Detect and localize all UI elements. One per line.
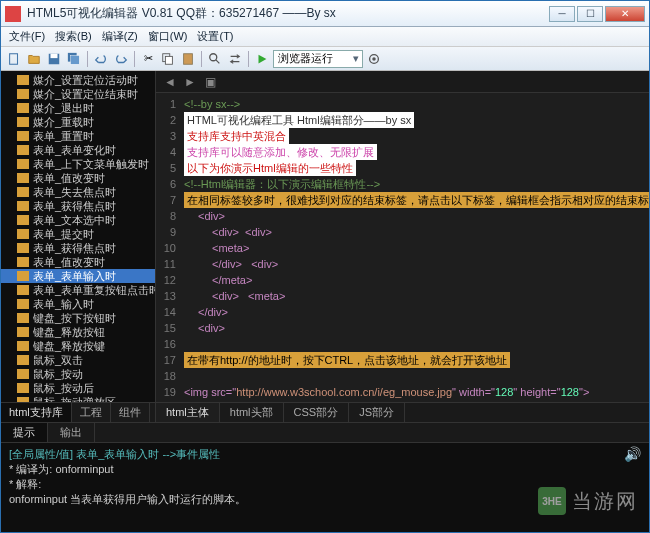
tree-item[interactable]: 键盘_释放按钮 [1, 325, 155, 339]
sidebar-tab-html[interactable]: html支持库 [1, 403, 72, 422]
editor-tab-js[interactable]: JS部分 [349, 403, 405, 422]
cut-icon[interactable]: ✂ [139, 50, 157, 68]
line-number: 17 [156, 352, 176, 368]
tree-item-label: 鼠标_拖动弹放区 [33, 395, 116, 402]
hint-line: * 编译为: onforminput [9, 462, 641, 477]
tree-item[interactable]: 媒介_设置定位活动时 [1, 73, 155, 87]
bottom-tab-hint[interactable]: 提示 [1, 423, 48, 442]
editor-toggle-icon[interactable]: ▣ [202, 74, 218, 90]
watermark-logo: 3HE [538, 487, 566, 515]
tree-item[interactable]: 表单_获得焦点时 [1, 199, 155, 213]
line-number: 11 [156, 256, 176, 272]
bottom-tab-output[interactable]: 输出 [48, 423, 95, 442]
toolbar-separator [134, 51, 135, 67]
tree-item[interactable]: 表单_重置时 [1, 129, 155, 143]
save-all-icon[interactable] [65, 50, 83, 68]
tree-item[interactable]: 表单_表单重复按钮点击时 [1, 283, 155, 297]
tree-item-label: 表单_表单重复按钮点击时 [33, 283, 155, 297]
minimize-button[interactable]: ─ [549, 6, 575, 22]
tree-item[interactable]: 键盘_释放按键 [1, 339, 155, 353]
tree-item[interactable]: 键盘_按下按钮时 [1, 311, 155, 325]
svg-point-8 [210, 53, 217, 60]
editor-pane: ◄ ► ▣ 123456789101112131415161718192021 … [156, 71, 649, 422]
run-icon[interactable] [253, 50, 271, 68]
tree-item-label: 鼠标_按动 [33, 367, 83, 381]
tree-view[interactable]: 媒介_设置定位活动时媒介_设置定位结束时媒介_退出时媒介_重载时表单_重置时表单… [1, 71, 155, 402]
tree-item-label: 键盘_释放按钮 [33, 325, 105, 339]
tree-item[interactable]: 媒介_设置定位结束时 [1, 87, 155, 101]
app-icon [5, 6, 21, 22]
editor-toolbar: ◄ ► ▣ [156, 71, 649, 93]
tree-item[interactable]: 鼠标_按动后 [1, 381, 155, 395]
tree-item[interactable]: 表单_值改变时 [1, 171, 155, 185]
tree-item[interactable]: 表单_上下文菜单触发时 [1, 157, 155, 171]
folder-icon [17, 201, 29, 211]
paste-icon[interactable] [179, 50, 197, 68]
editor-tab-body[interactable]: html主体 [156, 403, 220, 422]
folder-icon [17, 285, 29, 295]
line-number: 10 [156, 240, 176, 256]
svg-point-10 [372, 57, 376, 61]
line-number: 1 [156, 96, 176, 112]
code-area[interactable]: <!--by sx--> HTML可视化编程工具 Html编辑部分——by sx… [180, 93, 649, 402]
open-file-icon[interactable] [25, 50, 43, 68]
line-number: 13 [156, 288, 176, 304]
menu-settings[interactable]: 设置(T) [193, 28, 237, 45]
tree-item-label: 表单_值改变时 [33, 255, 105, 269]
sidebar-tab-component[interactable]: 组件 [111, 403, 150, 422]
tree-item[interactable]: 表单_输入时 [1, 297, 155, 311]
folder-icon [17, 327, 29, 337]
toolbar-separator [248, 51, 249, 67]
tree-item[interactable]: 表单_值改变时 [1, 255, 155, 269]
tree-item[interactable]: 表单_文本选中时 [1, 213, 155, 227]
redo-icon[interactable] [112, 50, 130, 68]
toolbar: ✂ 浏览器运行 [1, 47, 649, 71]
tree-item[interactable]: 表单_失去焦点时 [1, 185, 155, 199]
tree-item[interactable]: 媒介_重载时 [1, 115, 155, 129]
tree-item[interactable]: 表单_提交时 [1, 227, 155, 241]
folder-icon [17, 145, 29, 155]
menu-search[interactable]: 搜索(B) [51, 28, 96, 45]
menu-file[interactable]: 文件(F) [5, 28, 49, 45]
tree-item-label: 表单_上下文菜单触发时 [33, 157, 149, 171]
svg-rect-4 [71, 55, 80, 64]
run-target-select[interactable]: 浏览器运行 [273, 50, 363, 68]
tree-item-label: 键盘_按下按钮时 [33, 311, 116, 325]
hint-line: [全局属性/值] 表单_表单输入时 -->事件属性 [9, 447, 641, 462]
svg-rect-7 [184, 53, 193, 64]
folder-icon [17, 313, 29, 323]
tree-item-label: 媒介_设置定位结束时 [33, 87, 138, 101]
settings-icon[interactable] [365, 50, 383, 68]
find-icon[interactable] [206, 50, 224, 68]
copy-icon[interactable] [159, 50, 177, 68]
tree-item[interactable]: 鼠标_双击 [1, 353, 155, 367]
menu-compile[interactable]: 编译(Z) [98, 28, 142, 45]
close-button[interactable]: ✕ [605, 6, 645, 22]
tree-item[interactable]: 表单_表单输入时 [1, 269, 155, 283]
undo-icon[interactable] [92, 50, 110, 68]
replace-icon[interactable] [226, 50, 244, 68]
maximize-button[interactable]: ☐ [577, 6, 603, 22]
editor-tab-head[interactable]: html头部 [220, 403, 284, 422]
code-comment: <!--Html编辑器：以下演示编辑框特性--> [184, 176, 380, 192]
editor-tab-css[interactable]: CSS部分 [284, 403, 350, 422]
tree-item[interactable]: 表单_获得焦点时 [1, 241, 155, 255]
tree-item[interactable]: 鼠标_按动 [1, 367, 155, 381]
sidebar-tab-project[interactable]: 工程 [72, 403, 111, 422]
new-file-icon[interactable] [5, 50, 23, 68]
folder-icon [17, 131, 29, 141]
save-icon[interactable] [45, 50, 63, 68]
line-number: 7 [156, 192, 176, 208]
tree-item[interactable]: 表单_表单变化时 [1, 143, 155, 157]
editor-nav-back-icon[interactable]: ◄ [162, 74, 178, 90]
sidebar: 媒介_设置定位活动时媒介_设置定位结束时媒介_退出时媒介_重载时表单_重置时表单… [1, 71, 156, 422]
tree-item[interactable]: 媒介_退出时 [1, 101, 155, 115]
titlebar[interactable]: HTML5可视化编辑器 V0.81 QQ群：635271467 ——By sx … [1, 1, 649, 27]
menu-window[interactable]: 窗口(W) [144, 28, 192, 45]
editor-nav-fwd-icon[interactable]: ► [182, 74, 198, 90]
line-gutter[interactable]: 123456789101112131415161718192021 [156, 93, 180, 402]
folder-icon [17, 341, 29, 351]
sound-icon[interactable]: 🔊 [624, 447, 641, 462]
folder-icon [17, 355, 29, 365]
tree-item[interactable]: 鼠标_拖动弹放区 [1, 395, 155, 402]
